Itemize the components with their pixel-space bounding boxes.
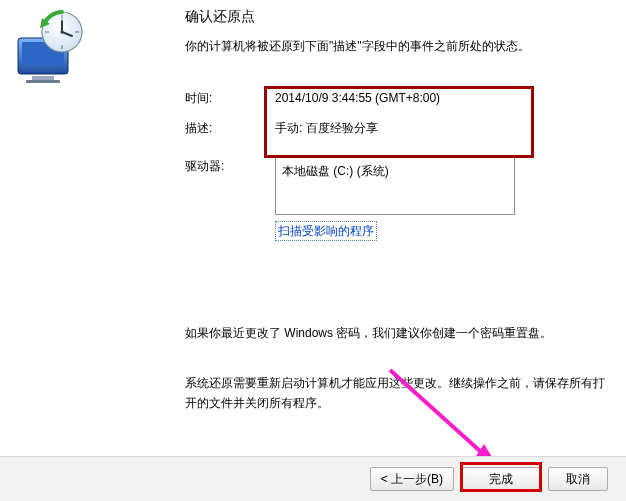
svg-rect-2 bbox=[32, 76, 54, 80]
desc-value: 手动: 百度经验分享 bbox=[275, 119, 378, 137]
back-button[interactable]: < 上一步(B) bbox=[370, 467, 454, 491]
cancel-button[interactable]: 取消 bbox=[548, 467, 608, 491]
finish-button[interactable]: 完成 bbox=[462, 467, 540, 491]
restart-warning-text: 系统还原需要重新启动计算机才能应用这些更改。继续操作之前，请保存所有打开的文件并… bbox=[185, 373, 616, 413]
svg-point-11 bbox=[60, 30, 63, 33]
drive-entry: 本地磁盘 (C:) (系统) bbox=[282, 164, 389, 178]
password-advice-text: 如果你最近更改了 Windows 密码，我们建议你创建一个密码重置盘。 bbox=[185, 323, 616, 343]
intro-text: 你的计算机将被还原到下面"描述"字段中的事件之前所处的状态。 bbox=[185, 38, 616, 55]
wizard-footer: < 上一步(B) 完成 取消 bbox=[0, 456, 626, 501]
time-label: 时间: bbox=[185, 89, 275, 107]
system-restore-icon bbox=[12, 10, 92, 90]
drives-label: 驱动器: bbox=[185, 157, 275, 175]
desc-label: 描述: bbox=[185, 119, 275, 137]
scan-affected-programs-link[interactable]: 扫描受影响的程序 bbox=[275, 221, 377, 241]
page-title: 确认还原点 bbox=[185, 6, 616, 26]
svg-rect-3 bbox=[26, 80, 60, 83]
drives-list: 本地磁盘 (C:) (系统) bbox=[275, 157, 515, 215]
time-value: 2014/10/9 3:44:55 (GMT+8:00) bbox=[275, 89, 440, 107]
